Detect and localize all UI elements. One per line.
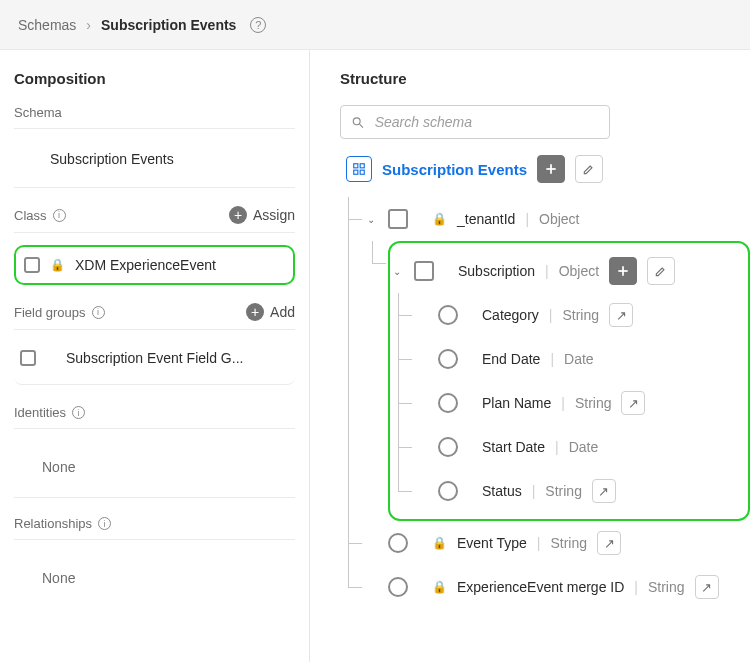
info-icon[interactable]: i bbox=[72, 406, 85, 419]
field-type: String bbox=[648, 579, 685, 595]
field-name: Category bbox=[482, 307, 539, 323]
edit-button[interactable] bbox=[575, 155, 603, 183]
open-field-button[interactable]: ↗ bbox=[592, 479, 616, 503]
schema-root-icon[interactable] bbox=[346, 156, 372, 182]
field-type: Object bbox=[559, 263, 599, 279]
composition-panel: Composition Schema Subscription Events C… bbox=[0, 50, 310, 662]
plus-icon bbox=[544, 162, 558, 176]
tree-node-field: Plan Name|String↗ bbox=[390, 381, 740, 425]
field-type: String bbox=[575, 395, 612, 411]
add-field-button[interactable] bbox=[609, 257, 637, 285]
open-field-button[interactable]: ↗ bbox=[597, 531, 621, 555]
pencil-icon bbox=[582, 162, 596, 176]
plus-icon bbox=[616, 264, 630, 278]
tree-node-subscription: ⌄ Subscription | Object bbox=[364, 241, 750, 521]
field-group-item[interactable]: Subscription Event Field G... bbox=[14, 342, 295, 385]
field-marker[interactable] bbox=[438, 393, 458, 413]
open-field-button[interactable]: ↗ bbox=[609, 303, 633, 327]
field-name: _tenantId bbox=[457, 211, 515, 227]
collapse-icon[interactable]: ⌄ bbox=[364, 214, 378, 225]
assign-label: Assign bbox=[253, 207, 295, 223]
tree-node-merge-id: 🔒 ExperienceEvent merge ID | String ↗ bbox=[340, 565, 750, 609]
field-name: Event Type bbox=[457, 535, 527, 551]
field-type: String bbox=[550, 535, 587, 551]
svg-rect-5 bbox=[360, 170, 364, 174]
field-type: String bbox=[545, 483, 582, 499]
svg-point-0 bbox=[353, 117, 360, 124]
class-label: Class bbox=[14, 208, 47, 223]
schema-label: Schema bbox=[14, 105, 62, 120]
lock-icon: 🔒 bbox=[432, 212, 447, 226]
help-icon[interactable]: ? bbox=[250, 17, 266, 33]
plus-icon: + bbox=[229, 206, 247, 224]
field-marker[interactable] bbox=[438, 481, 458, 501]
schema-root-name[interactable]: Subscription Events bbox=[382, 161, 527, 178]
collapse-icon[interactable]: ⌄ bbox=[390, 266, 404, 277]
field-marker[interactable] bbox=[438, 305, 458, 325]
checkbox[interactable] bbox=[414, 261, 434, 281]
checkbox[interactable] bbox=[24, 257, 40, 273]
add-field-button[interactable] bbox=[537, 155, 565, 183]
identities-label: Identities bbox=[14, 405, 66, 420]
relationships-label: Relationships bbox=[14, 516, 92, 531]
tree-node-field: Start Date|Date bbox=[390, 425, 740, 469]
identities-none: None bbox=[14, 441, 295, 498]
plus-icon: + bbox=[246, 303, 264, 321]
composition-title: Composition bbox=[14, 70, 295, 87]
tree-node-field: End Date|Date bbox=[390, 337, 740, 381]
checkbox[interactable] bbox=[20, 350, 36, 366]
tree-node-tenant: ⌄ 🔒 _tenantId | Object ⌄ bbox=[340, 197, 750, 521]
field-type: String bbox=[562, 307, 599, 323]
info-icon[interactable]: i bbox=[53, 209, 66, 222]
lock-icon: 🔒 bbox=[432, 536, 447, 550]
svg-rect-2 bbox=[354, 164, 358, 168]
info-icon[interactable]: i bbox=[98, 517, 111, 530]
field-name: ExperienceEvent merge ID bbox=[457, 579, 624, 595]
relationships-none: None bbox=[14, 552, 295, 608]
lock-icon: 🔒 bbox=[432, 580, 447, 594]
field-marker[interactable] bbox=[388, 533, 408, 553]
pencil-icon bbox=[654, 264, 668, 278]
open-field-button[interactable]: ↗ bbox=[621, 391, 645, 415]
field-name: Plan Name bbox=[482, 395, 551, 411]
field-type: Object bbox=[539, 211, 579, 227]
field-groups-label: Field groups bbox=[14, 305, 86, 320]
class-name: XDM ExperienceEvent bbox=[75, 257, 216, 273]
add-label: Add bbox=[270, 304, 295, 320]
chevron-right-icon: › bbox=[86, 17, 91, 33]
info-icon[interactable]: i bbox=[92, 306, 105, 319]
field-name: Subscription bbox=[458, 263, 535, 279]
subscription-highlight: ⌄ Subscription | Object bbox=[388, 241, 750, 521]
field-type: Date bbox=[564, 351, 594, 367]
tree-node-event-type: 🔒 Event Type | String ↗ bbox=[340, 521, 750, 565]
tree-node-field: Status|String↗ bbox=[390, 469, 740, 513]
search-field[interactable] bbox=[373, 113, 599, 131]
field-name: Start Date bbox=[482, 439, 545, 455]
field-name: Status bbox=[482, 483, 522, 499]
svg-line-1 bbox=[360, 124, 363, 127]
edit-button[interactable] bbox=[647, 257, 675, 285]
search-input[interactable] bbox=[340, 105, 610, 139]
checkbox[interactable] bbox=[388, 209, 408, 229]
assign-class-button[interactable]: + Assign bbox=[229, 206, 295, 224]
schema-name: Subscription Events bbox=[14, 141, 295, 188]
tree-node-field: Category|String↗ bbox=[390, 293, 740, 337]
field-type: Date bbox=[569, 439, 599, 455]
field-marker[interactable] bbox=[388, 577, 408, 597]
breadcrumb-current: Subscription Events bbox=[101, 17, 236, 33]
breadcrumb-root[interactable]: Schemas bbox=[18, 17, 76, 33]
field-marker[interactable] bbox=[438, 349, 458, 369]
field-group-name: Subscription Event Field G... bbox=[66, 350, 243, 366]
open-field-button[interactable]: ↗ bbox=[695, 575, 719, 599]
add-field-group-button[interactable]: + Add bbox=[246, 303, 295, 321]
svg-rect-4 bbox=[354, 170, 358, 174]
breadcrumb-header: Schemas › Subscription Events ? bbox=[0, 0, 750, 50]
search-icon bbox=[351, 115, 365, 130]
structure-title: Structure bbox=[340, 70, 750, 87]
field-name: End Date bbox=[482, 351, 540, 367]
schema-tree: Subscription Events ⌄ 🔒 _tenantId bbox=[340, 155, 750, 609]
svg-rect-3 bbox=[360, 164, 364, 168]
structure-panel: Structure Subscription Events bbox=[310, 50, 750, 662]
field-marker[interactable] bbox=[438, 437, 458, 457]
class-item[interactable]: 🔒 XDM ExperienceEvent bbox=[14, 245, 295, 285]
